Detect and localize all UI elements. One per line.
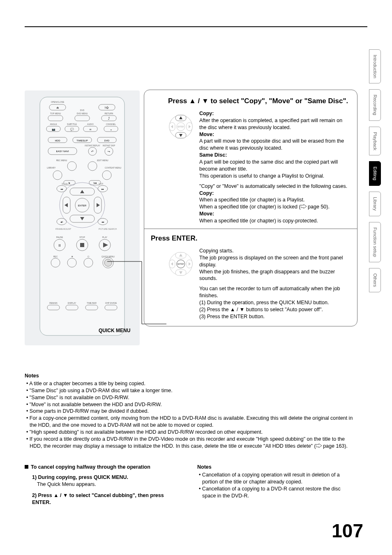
svg-text:DVD: DVD [80, 109, 85, 111]
note-item: Some parts in DVD-R/RW may be divided if… [25, 408, 355, 415]
tab-library: Library [369, 192, 381, 216]
label-star: ★ [71, 255, 73, 258]
step2-p4: You can set the recorder to turn off aut… [199, 285, 350, 299]
note-item: If you record a title directly onto a DV… [25, 436, 355, 450]
svg-text:◂◂: ◂◂ [60, 188, 63, 190]
label-dvd: DVD [104, 139, 110, 142]
cancel-heading: To cancel copying halfway through the op… [31, 464, 150, 470]
label-display: DISPLAY [68, 302, 76, 304]
step2-heading: Press ENTER. [151, 234, 350, 243]
tab-function-setup: Function setup [369, 222, 381, 262]
note2-item: Cancellation of a copying operation will… [197, 472, 355, 486]
label-channel: CHANNEL [106, 123, 116, 125]
move-label: Move: [199, 132, 214, 137]
dpad-enter-icon: ENTER [168, 247, 194, 280]
svg-text:⌄: ⌄ [110, 127, 113, 131]
note-item: "High speed dubbing" is not available be… [25, 429, 355, 436]
note-item: "Move" is not available between the HDD … [25, 401, 355, 408]
page-top-rule [25, 26, 367, 27]
label-instant-replay: INSTANT REPLAY [85, 145, 100, 147]
note-item: "Same Disc" job using a DVD-RAM disc wil… [25, 387, 355, 394]
copy2-label: Copy: [199, 190, 214, 196]
svg-text:▸▸: ▸▸ [101, 188, 104, 190]
svg-text:∞: ∞ [90, 128, 92, 131]
cancel-step1-bold: During copying, press QUICK MENU. [38, 474, 128, 480]
step2-sub1: (1) During the operation, press the QUIC… [199, 299, 350, 306]
step2-p3: When the job finishes, the graph disappe… [199, 268, 350, 282]
svg-rect-55 [80, 243, 84, 247]
label-timeslip: TIMESLIP [76, 139, 88, 142]
svg-text:ENTER: ENTER [178, 126, 184, 128]
step2-sub3: (3) Press the ENTER button. [199, 313, 350, 320]
tab-recording: Recording [369, 89, 381, 120]
label-o: O [88, 255, 89, 258]
label-content-menu: CONTENT MENU [105, 166, 122, 169]
same-disc-text1: A part will be copied to the same disc a… [199, 159, 350, 173]
svg-text:⏏: ⏏ [56, 106, 59, 109]
svg-text:💬: 💬 [70, 127, 74, 131]
page-number: 107 [332, 518, 363, 543]
page-ref-icon [316, 444, 322, 448]
side-tabs: Introduction Recording Playback Editing … [369, 49, 384, 298]
notes-heading: Notes [25, 372, 355, 379]
cancel-step1-body: The Quick Menu appears. [32, 481, 182, 488]
label-top-menu: TOP MENU [50, 112, 61, 115]
tab-others: Others [369, 268, 381, 292]
label-frame-adjust: FRAME/ADJUST [55, 228, 71, 230]
step2-p2: The job progress is displayed on the scr… [199, 254, 350, 268]
step2-p1: Copying starts. [199, 247, 350, 254]
label-audio: AUDIO [87, 123, 94, 125]
label-instant-skip: INSTANT SKIP [103, 145, 115, 147]
copy-label: Copy: [199, 111, 214, 116]
svg-text:↶: ↶ [91, 150, 94, 153]
move2-label: Move: [199, 211, 214, 217]
svg-text:◂II: ◂II [60, 221, 63, 223]
note2-item: Cancellation of a copying to a DVD-R can… [197, 486, 355, 500]
label-stop: STOP [79, 236, 85, 238]
svg-text:II: II [58, 243, 60, 247]
label-edit-menu: EDIT MENU [97, 159, 108, 162]
svg-text:⤴: ⤴ [108, 117, 110, 120]
move-text: A part will move to the opposite disc an… [199, 138, 350, 152]
copy2-line2: When a specified title (or chapter) is l… [199, 204, 350, 210]
label-angle: ANGLE [50, 123, 58, 125]
dpad-icon: ENTER [168, 110, 194, 143]
square-bullet-icon [25, 465, 28, 469]
notes-list: A title or a chapter becomes a title by … [25, 380, 355, 450]
note-item: "Same Disc" is not available on DVD-R/RW… [25, 394, 355, 401]
label-open-close: OPEN/CLOSE [51, 101, 65, 103]
label-pause: PAUSE [56, 236, 63, 238]
step1-heading: Press ▲ / ▼ to select "Copy", "Move" or … [168, 97, 350, 106]
page-ref-icon [301, 204, 307, 208]
label-easy-navi: EASY NAVI [56, 150, 69, 153]
auto-select-text: "Copy" or "Move" is automatically select… [199, 183, 350, 190]
svg-text:I◂◂: I◂◂ [93, 182, 97, 184]
notes2-heading: Notes [197, 464, 355, 471]
label-dvd-menu: DVD MENU [77, 112, 88, 115]
remote-illustration-panel: OPEN/CLOSE ⏏ I/⏻ DVD TOP MENU DVD MENU R… [25, 90, 140, 345]
label-subtitle: SUBTITLE [67, 123, 77, 125]
svg-marker-90 [316, 444, 322, 448]
label-enter: ENTER [78, 204, 87, 207]
label-rec: REC [53, 255, 58, 258]
svg-marker-78 [301, 204, 307, 208]
tab-editing: Editing [369, 161, 381, 186]
same-disc-label: Same Disc: [199, 152, 227, 158]
label-hdd: HDD [55, 139, 61, 142]
copy2-line1: When a specified title (or chapter) is a… [199, 197, 350, 204]
notes2-list: Cancellation of a copying operation will… [197, 472, 355, 500]
label-power: I/⏻ [105, 106, 109, 109]
move2-text: When a specified title (or chapter) is c… [199, 217, 350, 224]
svg-text:I▸: I▸ [69, 182, 71, 184]
label-return: RETURN [105, 112, 113, 115]
step-box: Press ▲ / ▼ to select "Copy", "Move" or … [144, 90, 357, 326]
svg-text:◂◂: ◂◂ [101, 221, 104, 223]
notes-section: Notes A title or a chapter becomes a tit… [25, 372, 355, 450]
step2-sub2: (2) Press the ▲ / ▼ buttons to select "A… [199, 306, 350, 313]
label-play: PLAY [102, 236, 108, 238]
label-picture-search: PICTURE SEARCH [99, 228, 117, 230]
label-time-bar: TIME BAR [87, 302, 97, 304]
notes2-column: Notes Cancellation of a copying operatio… [197, 464, 355, 506]
tab-playback: Playback [369, 127, 381, 156]
copy-text: After the operation is completed, a spec… [199, 117, 350, 131]
